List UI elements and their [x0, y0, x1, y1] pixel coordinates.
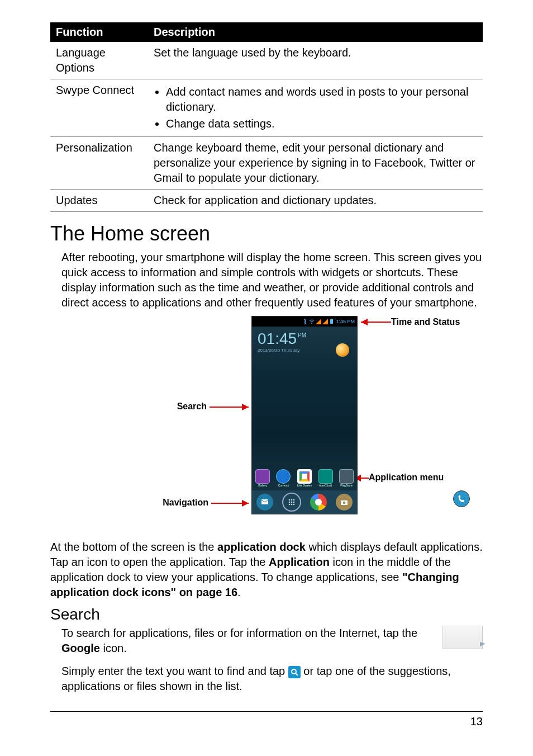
messaging-icon: [256, 494, 273, 511]
app-label: Gallery: [255, 484, 270, 487]
page-footer: 13: [50, 711, 483, 728]
text-bold: application dock: [217, 541, 306, 553]
signal-icon: [322, 319, 328, 324]
svg-point-15: [291, 504, 293, 505]
callout-search: Search: [173, 401, 207, 412]
battery-icon: [329, 319, 335, 324]
clock-ampm: PM: [298, 332, 306, 338]
svg-point-16: [293, 504, 295, 505]
desc-swype-connect: Add contact names and words used in post…: [148, 79, 483, 137]
text-bold: Application: [269, 556, 330, 568]
table-row: Swype Connect Add contact names and word…: [50, 79, 483, 137]
heading-search: Search: [50, 606, 483, 623]
google-search-thumbnail: [442, 626, 483, 649]
table-header-function: Function: [50, 22, 148, 42]
flagstore-icon: [339, 469, 354, 484]
live-screen-icon: [297, 469, 312, 484]
paragraph-search-instructions: Simply enter the text you want to find a…: [61, 664, 483, 694]
bluetooth-icon: [302, 319, 308, 324]
svg-point-18: [343, 502, 346, 504]
svg-line-20: [296, 673, 298, 675]
fn-language-options: Language Options: [50, 42, 148, 79]
swype-bullet-1: Add contact names and words used in post…: [166, 84, 477, 115]
svg-point-12: [291, 502, 293, 503]
text-bold: Google: [61, 642, 100, 654]
arrow-search: [210, 403, 251, 411]
camera-icon: [336, 494, 353, 511]
svg-point-14: [289, 504, 291, 505]
svg-point-11: [289, 502, 291, 503]
text: icon.: [100, 642, 127, 654]
app-label: AcerCloud: [318, 484, 333, 487]
callout-application-menu: Application menu: [369, 472, 444, 483]
app-label: FlagStore: [339, 484, 354, 487]
text: .: [237, 586, 241, 598]
function-table: Function Description Language Options Se…: [50, 22, 483, 212]
paragraph-home-intro: After rebooting, your smartphone will di…: [61, 250, 483, 310]
heading-home-screen: The Home screen: [50, 222, 483, 245]
phone-screenshot: 1:45 PM 01:45 PM 2013/06/20 Thursday Gal…: [251, 316, 358, 514]
svg-point-19: [292, 669, 296, 674]
arrow-navigation: [211, 499, 251, 507]
table-row: Personalization Change keyboard theme, e…: [50, 137, 483, 190]
fn-personalization: Personalization: [50, 137, 148, 190]
svg-point-4: [311, 323, 312, 324]
paragraph-search-google: To search for applications, files or for…: [61, 626, 483, 656]
swype-bullet-2: Change data settings.: [166, 116, 477, 131]
gallery-icon: [255, 469, 270, 484]
signal-icon: [316, 319, 321, 324]
desc-language-options: Set the language used by the keyboard.: [148, 42, 483, 79]
clock-time: 01:45: [258, 330, 297, 348]
svg-point-13: [293, 502, 295, 503]
svg-point-9: [291, 499, 293, 501]
application-dock: [252, 490, 357, 514]
text: At the bottom of the screen is the: [50, 541, 217, 553]
status-bar: 1:45 PM: [252, 316, 357, 327]
fn-swype-connect: Swype Connect: [50, 79, 148, 137]
arrow-time-status: [359, 318, 391, 326]
app-shortcut-row: Gallery Currents Live Screen AcerCloud F…: [255, 469, 354, 487]
desc-updates: Check for application and dictionary upd…: [148, 190, 483, 212]
currents-icon: [276, 469, 291, 484]
app-label: Live Screen: [297, 484, 312, 487]
table-header-description: Description: [148, 22, 483, 42]
fn-updates: Updates: [50, 190, 148, 212]
page-number: 13: [470, 715, 483, 727]
callout-time-status: Time and Status: [391, 317, 460, 327]
acercloud-icon: [318, 469, 333, 484]
table-row: Language Options Set the language used b…: [50, 42, 483, 79]
search-icon: [288, 666, 301, 678]
dialer-icon: [453, 490, 470, 507]
application-menu-icon: [282, 493, 301, 512]
table-row: Updates Check for application and dictio…: [50, 190, 483, 212]
home-screen-diagram: Time and Status Search Navigation Applic…: [50, 316, 483, 528]
paragraph-application-dock: At the bottom of the screen is the appli…: [50, 540, 483, 600]
callout-navigation: Navigation: [153, 498, 208, 508]
svg-rect-6: [331, 319, 332, 319]
svg-rect-5: [330, 319, 333, 324]
wifi-icon: [309, 319, 315, 324]
weather-sun-icon: [336, 343, 349, 357]
text: Simply enter the text you want to find a…: [61, 665, 288, 677]
svg-point-8: [289, 499, 291, 501]
svg-point-10: [293, 499, 295, 501]
app-label: Currents: [276, 484, 291, 487]
browser-icon: [310, 494, 327, 511]
desc-personalization: Change keyboard theme, edit your persona…: [148, 137, 483, 190]
status-bar-time: 1:45 PM: [336, 319, 355, 324]
text: To search for applications, files or for…: [61, 627, 417, 639]
